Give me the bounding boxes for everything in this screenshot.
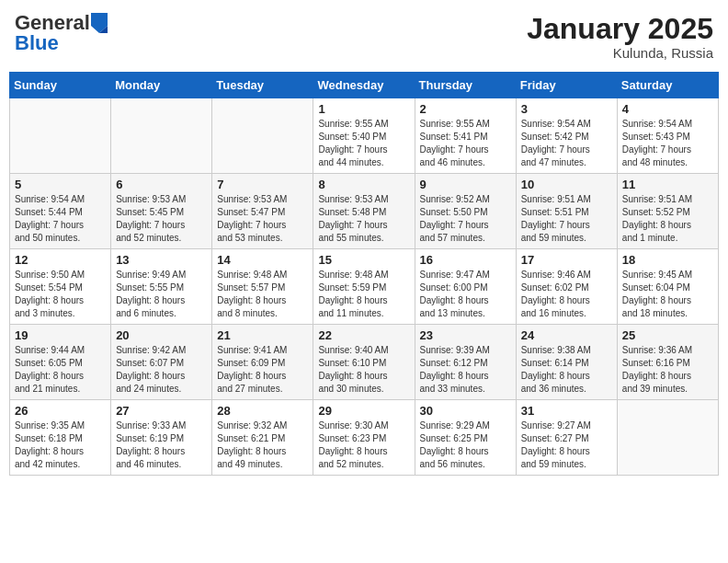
day-number: 28 xyxy=(217,404,308,418)
day-number: 22 xyxy=(318,328,409,342)
day-number: 10 xyxy=(521,178,612,191)
day-number: 6 xyxy=(116,178,207,191)
day-number: 9 xyxy=(420,178,511,191)
day-number: 5 xyxy=(15,178,106,191)
calendar-day-cell: 7Sunrise: 9:53 AM Sunset: 5:47 PM Daylig… xyxy=(212,174,313,249)
calendar-day-cell: 17Sunrise: 9:46 AM Sunset: 6:02 PM Dayli… xyxy=(516,249,617,325)
day-info: Sunrise: 9:54 AM Sunset: 5:44 PM Dayligh… xyxy=(15,193,106,245)
calendar-day-cell: 1Sunrise: 9:55 AM Sunset: 5:40 PM Daylig… xyxy=(313,98,415,174)
calendar-day-cell: 28Sunrise: 9:32 AM Sunset: 6:21 PM Dayli… xyxy=(212,400,313,476)
calendar-week-row: 19Sunrise: 9:44 AM Sunset: 6:05 PM Dayli… xyxy=(10,325,719,400)
day-info: Sunrise: 9:50 AM Sunset: 5:54 PM Dayligh… xyxy=(15,269,106,320)
day-info: Sunrise: 9:53 AM Sunset: 5:47 PM Dayligh… xyxy=(217,193,308,245)
calendar-day-cell xyxy=(212,98,313,174)
calendar-week-row: 1Sunrise: 9:55 AM Sunset: 5:40 PM Daylig… xyxy=(10,98,719,174)
weekday-header-wednesday: Wednesday xyxy=(313,73,415,98)
day-number: 15 xyxy=(318,253,409,267)
calendar-table: SundayMondayTuesdayWednesdayThursdayFrid… xyxy=(9,72,719,476)
day-number: 30 xyxy=(420,404,511,418)
day-number: 29 xyxy=(318,404,409,418)
calendar-week-row: 12Sunrise: 9:50 AM Sunset: 5:54 PM Dayli… xyxy=(10,249,719,325)
logo: General Blue xyxy=(15,13,108,53)
calendar-day-cell xyxy=(111,98,212,174)
day-info: Sunrise: 9:36 AM Sunset: 6:16 PM Dayligh… xyxy=(622,344,713,396)
calendar-day-cell: 2Sunrise: 9:55 AM Sunset: 5:41 PM Daylig… xyxy=(415,98,516,174)
day-info: Sunrise: 9:29 AM Sunset: 6:25 PM Dayligh… xyxy=(420,419,511,471)
day-number: 19 xyxy=(15,328,106,342)
logo-icon xyxy=(91,13,108,33)
day-info: Sunrise: 9:40 AM Sunset: 6:10 PM Dayligh… xyxy=(318,344,409,396)
location-text: Kulunda, Russia xyxy=(527,45,713,61)
calendar-day-cell: 24Sunrise: 9:38 AM Sunset: 6:14 PM Dayli… xyxy=(516,325,617,400)
day-number: 31 xyxy=(521,404,612,418)
weekday-header-row: SundayMondayTuesdayWednesdayThursdayFrid… xyxy=(10,73,719,98)
day-info: Sunrise: 9:51 AM Sunset: 5:52 PM Dayligh… xyxy=(622,193,713,245)
day-number: 16 xyxy=(420,253,511,267)
calendar-day-cell: 25Sunrise: 9:36 AM Sunset: 6:16 PM Dayli… xyxy=(617,325,718,400)
calendar-day-cell: 26Sunrise: 9:35 AM Sunset: 6:18 PM Dayli… xyxy=(10,400,111,476)
day-info: Sunrise: 9:27 AM Sunset: 6:27 PM Dayligh… xyxy=(521,419,612,471)
calendar-day-cell: 15Sunrise: 9:48 AM Sunset: 5:59 PM Dayli… xyxy=(313,249,415,325)
day-info: Sunrise: 9:30 AM Sunset: 6:23 PM Dayligh… xyxy=(318,419,409,471)
weekday-header-saturday: Saturday xyxy=(617,73,718,98)
calendar-day-cell xyxy=(617,400,718,476)
calendar-day-cell: 23Sunrise: 9:39 AM Sunset: 6:12 PM Dayli… xyxy=(415,325,516,400)
calendar-day-cell: 16Sunrise: 9:47 AM Sunset: 6:00 PM Dayli… xyxy=(415,249,516,325)
logo-blue-text: Blue xyxy=(15,31,59,54)
day-number: 3 xyxy=(521,102,612,116)
calendar-day-cell: 21Sunrise: 9:41 AM Sunset: 6:09 PM Dayli… xyxy=(212,325,313,400)
day-number: 25 xyxy=(622,328,713,342)
day-info: Sunrise: 9:52 AM Sunset: 5:50 PM Dayligh… xyxy=(420,193,511,245)
day-number: 21 xyxy=(217,328,308,342)
day-info: Sunrise: 9:35 AM Sunset: 6:18 PM Dayligh… xyxy=(15,419,106,471)
day-info: Sunrise: 9:33 AM Sunset: 6:19 PM Dayligh… xyxy=(116,419,207,471)
calendar-day-cell: 8Sunrise: 9:53 AM Sunset: 5:48 PM Daylig… xyxy=(313,174,415,249)
day-number: 1 xyxy=(318,102,409,116)
day-number: 17 xyxy=(521,253,612,267)
calendar-day-cell: 27Sunrise: 9:33 AM Sunset: 6:19 PM Dayli… xyxy=(111,400,212,476)
day-number: 12 xyxy=(15,253,106,267)
page-header: General Blue January 2025 Kulunda, Russi… xyxy=(9,9,719,64)
day-number: 24 xyxy=(521,328,612,342)
calendar-day-cell: 3Sunrise: 9:54 AM Sunset: 5:42 PM Daylig… xyxy=(516,98,617,174)
day-info: Sunrise: 9:48 AM Sunset: 5:59 PM Dayligh… xyxy=(318,269,409,320)
logo-general-text: General xyxy=(15,13,90,33)
day-info: Sunrise: 9:46 AM Sunset: 6:02 PM Dayligh… xyxy=(521,269,612,320)
day-number: 27 xyxy=(116,404,207,418)
calendar-week-row: 26Sunrise: 9:35 AM Sunset: 6:18 PM Dayli… xyxy=(10,400,719,476)
calendar-day-cell: 13Sunrise: 9:49 AM Sunset: 5:55 PM Dayli… xyxy=(111,249,212,325)
month-title: January 2025 xyxy=(527,13,713,45)
calendar-day-cell: 22Sunrise: 9:40 AM Sunset: 6:10 PM Dayli… xyxy=(313,325,415,400)
weekday-header-thursday: Thursday xyxy=(415,73,516,98)
day-number: 7 xyxy=(217,178,308,191)
day-info: Sunrise: 9:42 AM Sunset: 6:07 PM Dayligh… xyxy=(116,344,207,396)
day-number: 11 xyxy=(622,178,713,191)
calendar-week-row: 5Sunrise: 9:54 AM Sunset: 5:44 PM Daylig… xyxy=(10,174,719,249)
day-number: 26 xyxy=(15,404,106,418)
day-info: Sunrise: 9:54 AM Sunset: 5:43 PM Dayligh… xyxy=(622,118,713,169)
calendar-day-cell: 30Sunrise: 9:29 AM Sunset: 6:25 PM Dayli… xyxy=(415,400,516,476)
calendar-day-cell: 19Sunrise: 9:44 AM Sunset: 6:05 PM Dayli… xyxy=(10,325,111,400)
day-info: Sunrise: 9:51 AM Sunset: 5:51 PM Dayligh… xyxy=(521,193,612,245)
day-info: Sunrise: 9:55 AM Sunset: 5:40 PM Dayligh… xyxy=(318,118,409,169)
title-block: January 2025 Kulunda, Russia xyxy=(527,13,713,61)
calendar-day-cell: 12Sunrise: 9:50 AM Sunset: 5:54 PM Dayli… xyxy=(10,249,111,325)
day-info: Sunrise: 9:41 AM Sunset: 6:09 PM Dayligh… xyxy=(217,344,308,396)
day-number: 2 xyxy=(420,102,511,116)
calendar-day-cell xyxy=(10,98,111,174)
calendar-day-cell: 31Sunrise: 9:27 AM Sunset: 6:27 PM Dayli… xyxy=(516,400,617,476)
day-info: Sunrise: 9:49 AM Sunset: 5:55 PM Dayligh… xyxy=(116,269,207,320)
weekday-header-friday: Friday xyxy=(516,73,617,98)
calendar-day-cell: 6Sunrise: 9:53 AM Sunset: 5:45 PM Daylig… xyxy=(111,174,212,249)
calendar-day-cell: 10Sunrise: 9:51 AM Sunset: 5:51 PM Dayli… xyxy=(516,174,617,249)
weekday-header-monday: Monday xyxy=(111,73,212,98)
calendar-day-cell: 4Sunrise: 9:54 AM Sunset: 5:43 PM Daylig… xyxy=(617,98,718,174)
day-number: 13 xyxy=(116,253,207,267)
weekday-header-sunday: Sunday xyxy=(10,73,111,98)
day-info: Sunrise: 9:48 AM Sunset: 5:57 PM Dayligh… xyxy=(217,269,308,320)
day-info: Sunrise: 9:45 AM Sunset: 6:04 PM Dayligh… xyxy=(622,269,713,320)
day-info: Sunrise: 9:53 AM Sunset: 5:48 PM Dayligh… xyxy=(318,193,409,245)
day-info: Sunrise: 9:32 AM Sunset: 6:21 PM Dayligh… xyxy=(217,419,308,471)
day-number: 8 xyxy=(318,178,409,191)
day-number: 18 xyxy=(622,253,713,267)
